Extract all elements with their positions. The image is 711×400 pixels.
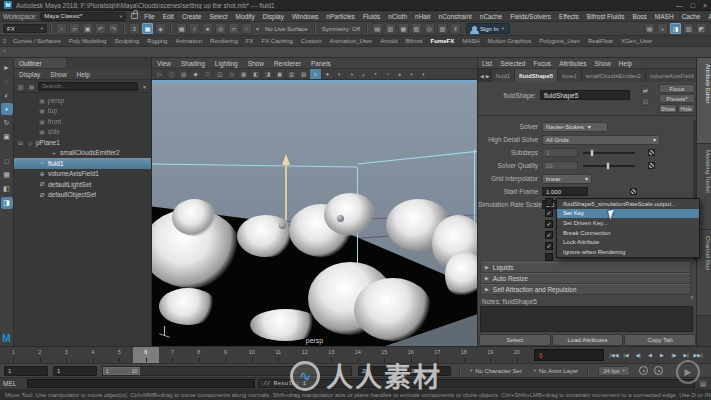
attribute-checkbox[interactable]: ✓ bbox=[545, 231, 553, 239]
multisample-aa-icon[interactable]: ◕ bbox=[394, 69, 406, 79]
save-scene-icon[interactable]: ▣ bbox=[82, 23, 93, 34]
step-forward-frame-icon[interactable]: |▶ bbox=[668, 349, 680, 362]
tab-scroll-left-icon[interactable]: ◀ bbox=[480, 73, 484, 79]
play-backwards-icon[interactable]: ◀ bbox=[644, 349, 656, 362]
timeline-frame[interactable]: 14 bbox=[345, 347, 372, 363]
timeline-frame[interactable]: 16 bbox=[398, 347, 425, 363]
camera-attributes-icon[interactable]: ▤ bbox=[178, 69, 190, 79]
menu-item[interactable]: View bbox=[152, 60, 176, 67]
image-plane-icon[interactable]: □ bbox=[202, 69, 214, 79]
single-pane-layout-icon[interactable]: □ bbox=[1, 155, 13, 167]
select-object-icon[interactable]: ▦ bbox=[142, 23, 153, 34]
wireframe-icon[interactable]: ○ bbox=[310, 69, 322, 79]
shelf-gear-icon[interactable]: * bbox=[0, 48, 9, 57]
timeline-frame[interactable]: 20 bbox=[504, 347, 531, 363]
move-tool-icon[interactable]: + bbox=[1, 103, 13, 115]
lasso-tool-icon[interactable]: ◌ bbox=[1, 75, 13, 87]
side-tab[interactable]: Attribute Editor bbox=[697, 58, 711, 144]
menu-item[interactable]: nCloth bbox=[384, 13, 411, 20]
menu-item[interactable]: File bbox=[140, 13, 158, 20]
focus-button[interactable]: Focus bbox=[659, 84, 695, 93]
shelf-tab[interactable]: Motion Graphics bbox=[484, 38, 536, 44]
safe-action-icon[interactable]: ▧ bbox=[298, 69, 310, 79]
modeling-toolkit-toggle-icon[interactable]: ◩ bbox=[696, 23, 707, 34]
textured-mode-icon[interactable]: ◐ bbox=[334, 69, 346, 79]
swap-connections-icon[interactable]: ⇄ bbox=[641, 86, 650, 95]
menu-item[interactable]: Display bbox=[259, 13, 288, 20]
menu-item[interactable]: Shading bbox=[176, 60, 210, 67]
menu-item[interactable]: Fields/Solvers bbox=[506, 13, 555, 20]
shelf-tab[interactable]: Rigging bbox=[143, 38, 171, 44]
move-manipulator-axis[interactable] bbox=[285, 165, 287, 220]
context-menu-item[interactable]: Ignore when Rendering bbox=[557, 247, 699, 257]
divider[interactable] bbox=[50, 24, 52, 34]
timeline-frames[interactable]: 1 2 3 4 5 6 bbox=[0, 347, 530, 363]
footer-button[interactable]: Select bbox=[479, 334, 551, 346]
menu-item[interactable]: Fluids bbox=[359, 13, 384, 20]
menu-item[interactable]: Arnold bbox=[704, 13, 711, 20]
grid-icon[interactable]: ▦ bbox=[238, 69, 250, 79]
playback-end-field[interactable]: 20 bbox=[358, 366, 402, 376]
section-header[interactable]: ▶ Self Attraction and Repulsion bbox=[480, 284, 691, 295]
notes-textarea[interactable] bbox=[480, 306, 693, 332]
playback-start-field[interactable]: 1 bbox=[53, 366, 97, 376]
outliner-item[interactable]: ⊟ ◇ pPlane1 bbox=[14, 137, 151, 148]
move-manipulator-arrow-icon[interactable] bbox=[282, 154, 290, 165]
isolate-select-icon[interactable]: ◗ bbox=[418, 69, 430, 79]
section-header[interactable]: ▶ Liquids bbox=[480, 262, 691, 273]
menu-item[interactable]: Bifrost Fluids bbox=[583, 13, 629, 20]
select-hierarchy-icon[interactable]: ≡ bbox=[129, 23, 140, 34]
shelf-tab[interactable]: Polygons_User bbox=[535, 38, 584, 44]
menu-item[interactable]: Show bbox=[243, 60, 269, 67]
node-tab[interactable]: smallCloudsEmitter2 bbox=[582, 69, 646, 82]
film-gate-icon[interactable]: ◧ bbox=[250, 69, 262, 79]
shelf-tab[interactable]: Sculpting bbox=[110, 38, 143, 44]
menu-item[interactable]: Lighting bbox=[210, 60, 243, 67]
menu-item[interactable]: Modify bbox=[231, 13, 258, 20]
mel-label[interactable]: MEL bbox=[3, 380, 27, 387]
footer-button[interactable]: Copy Tab bbox=[624, 334, 696, 346]
context-menu-item[interactable]: Set Key bbox=[557, 209, 699, 219]
menu-item[interactable]: Create bbox=[178, 13, 206, 20]
shelf-tab[interactable]: FX Caching bbox=[257, 38, 296, 44]
node-tab[interactable]: fluidShape5 bbox=[515, 69, 558, 82]
timeline-frame[interactable]: 10 bbox=[239, 347, 266, 363]
grid-interpolator-dropdown[interactable]: linear▾ bbox=[542, 174, 592, 184]
outliner-item[interactable]: ▣ side bbox=[14, 127, 151, 138]
menu-item[interactable]: Show bbox=[591, 60, 615, 67]
menu-item[interactable]: Help bbox=[615, 60, 636, 67]
menu-item[interactable]: Focus bbox=[529, 60, 555, 67]
select-camera-icon[interactable]: ▷ bbox=[154, 69, 166, 79]
timeline-frame[interactable]: 6 bbox=[133, 347, 160, 363]
footer-button[interactable]: Load Attributes bbox=[552, 334, 624, 346]
close-button[interactable]: × bbox=[703, 2, 707, 9]
raise-application-icon[interactable]: ▤ bbox=[644, 23, 655, 34]
shelf-tab[interactable]: FX bbox=[242, 38, 258, 44]
minimize-button[interactable]: — bbox=[676, 2, 683, 9]
range-slider-track[interactable]: 120 bbox=[102, 366, 352, 376]
outliner-item[interactable]: ▣ top bbox=[14, 106, 151, 117]
tool-settings-toggle-icon[interactable]: + bbox=[657, 23, 668, 34]
auto-keyframe-icon[interactable] bbox=[639, 366, 648, 375]
shelf-tab[interactable]: Curves / Surfaces bbox=[9, 38, 65, 44]
pause-evaluation-icon[interactable]: ‖ bbox=[450, 23, 461, 34]
menu-item[interactable]: Display bbox=[14, 71, 45, 78]
context-menu-item[interactable]: Set Driven Key... bbox=[557, 218, 699, 228]
attribute-checkbox[interactable]: ✓ bbox=[545, 209, 553, 217]
outliner-item[interactable]: Ø defaultObjectSet bbox=[14, 190, 151, 201]
menu-item[interactable]: Help bbox=[72, 71, 95, 78]
shelf-tab[interactable]: Animation_User bbox=[326, 38, 377, 44]
shelf-tab[interactable]: XGen_User bbox=[617, 38, 656, 44]
gate-mask-icon[interactable]: ▣ bbox=[274, 69, 286, 79]
anim-layer-dropdown[interactable]: ▾No Anim Layer bbox=[534, 368, 579, 374]
fps-dropdown[interactable]: 24 fps▾ bbox=[598, 366, 630, 376]
attribute-checkbox[interactable]: ✓ bbox=[545, 242, 553, 250]
menu-item[interactable]: Renderer bbox=[269, 60, 306, 67]
current-frame-field[interactable]: 6 bbox=[534, 349, 604, 361]
node-name-field[interactable]: fluidShape5 bbox=[540, 90, 630, 100]
expander-icon[interactable]: ⊟ bbox=[17, 139, 24, 146]
shelf-tab[interactable]: Bifrost bbox=[402, 38, 427, 44]
snap-projected-center-icon[interactable]: ◎ bbox=[215, 23, 226, 34]
shelf-tab[interactable]: Rendering bbox=[206, 38, 242, 44]
chevron-down-icon[interactable]: ▾ bbox=[140, 82, 149, 91]
